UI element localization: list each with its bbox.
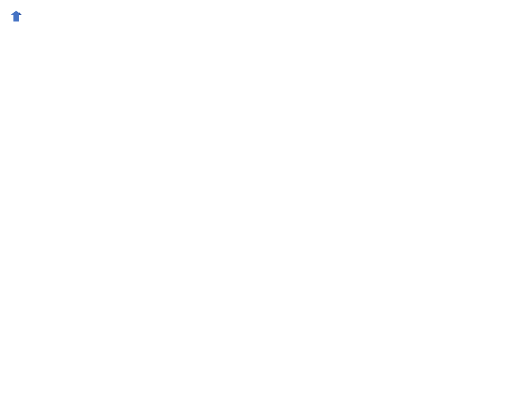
logo-icon bbox=[9, 9, 23, 23]
logo bbox=[9, 9, 26, 23]
page-header bbox=[7, 7, 525, 23]
